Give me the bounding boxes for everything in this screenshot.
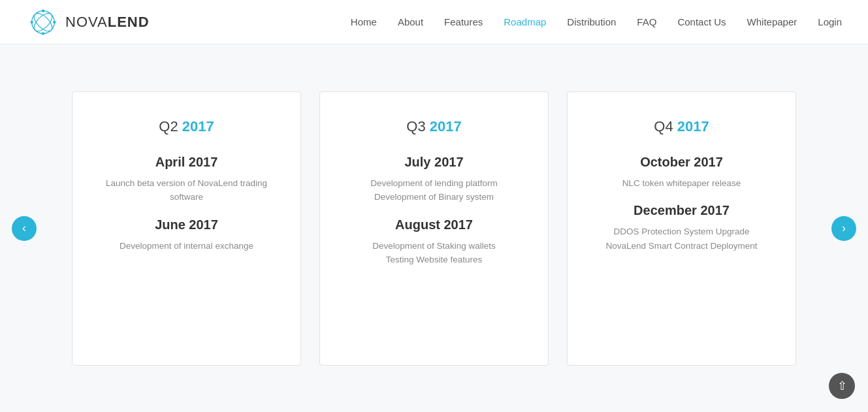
card-year: 2017 — [182, 118, 214, 135]
card-month-october: October 2017 — [640, 155, 723, 170]
card-year: 2017 — [430, 118, 462, 135]
card-q4-2017: Q4 2017 October 2017 NLC token whitepape… — [567, 91, 796, 366]
logo: NOVALEND — [26, 5, 150, 39]
card-desc-october: NLC token whitepaper release — [622, 176, 741, 191]
svg-point-4 — [42, 32, 44, 35]
card-month-june: June 2017 — [155, 217, 218, 232]
card-desc-april: Launch beta version of NovaLend trading … — [96, 176, 277, 204]
header: NOVALEND Home About Features Roadmap Dis… — [0, 0, 868, 44]
nav-features[interactable]: Features — [444, 16, 483, 27]
cards-container: Q2 2017 April 2017 Launch beta version o… — [72, 91, 796, 366]
card-month-july: July 2017 — [404, 155, 463, 170]
nav-home[interactable]: Home — [351, 16, 377, 27]
nav-login[interactable]: Login — [818, 16, 842, 27]
card-desc-august: Development of Staking walletsTesting We… — [372, 239, 495, 267]
card-desc-december: DDOS Protection System UpgradeNovaLend S… — [606, 225, 758, 253]
logo-icon — [26, 5, 60, 39]
chevron-right-icon: › — [842, 221, 846, 235]
carousel-next-button[interactable]: › — [831, 216, 856, 241]
card-desc-june: Development of internal exchange — [120, 239, 253, 253]
card-quarter-label: Q3 2017 — [406, 118, 461, 135]
svg-point-5 — [31, 20, 33, 23]
nav-distribution[interactable]: Distribution — [567, 16, 616, 27]
logo-text: NOVALEND — [65, 14, 150, 31]
arrow-up-icon: ⇧ — [837, 379, 847, 393]
card-q3-2017: Q3 2017 July 2017 Development of lending… — [319, 91, 549, 366]
nav-roadmap[interactable]: Roadmap — [504, 16, 546, 27]
card-month-april: April 2017 — [155, 155, 218, 170]
svg-point-6 — [53, 20, 56, 23]
svg-point-3 — [42, 9, 44, 12]
scroll-top-button[interactable]: ⇧ — [829, 373, 855, 399]
main-content: ‹ Q2 2017 April 2017 Launch beta version… — [0, 44, 868, 412]
svg-point-2 — [31, 10, 56, 34]
chevron-left-icon: ‹ — [22, 221, 26, 235]
card-month-august: August 2017 — [395, 217, 473, 232]
card-desc-july: Development of lending platformDevelopme… — [370, 176, 497, 204]
card-quarter-label: Q4 2017 — [654, 118, 709, 135]
svg-point-1 — [31, 10, 56, 34]
card-month-december: December 2017 — [634, 203, 730, 218]
nav-contact[interactable]: Contact Us — [677, 16, 726, 27]
card-year: 2017 — [677, 118, 709, 135]
main-nav: Home About Features Roadmap Distribution… — [351, 16, 842, 27]
card-quarter-label: Q2 2017 — [159, 118, 214, 135]
nav-whitepaper[interactable]: Whitepaper — [747, 16, 797, 27]
nav-faq[interactable]: FAQ — [637, 16, 656, 27]
nav-about[interactable]: About — [398, 16, 423, 27]
card-q2-2017: Q2 2017 April 2017 Launch beta version o… — [72, 91, 301, 366]
carousel-prev-button[interactable]: ‹ — [12, 216, 37, 241]
